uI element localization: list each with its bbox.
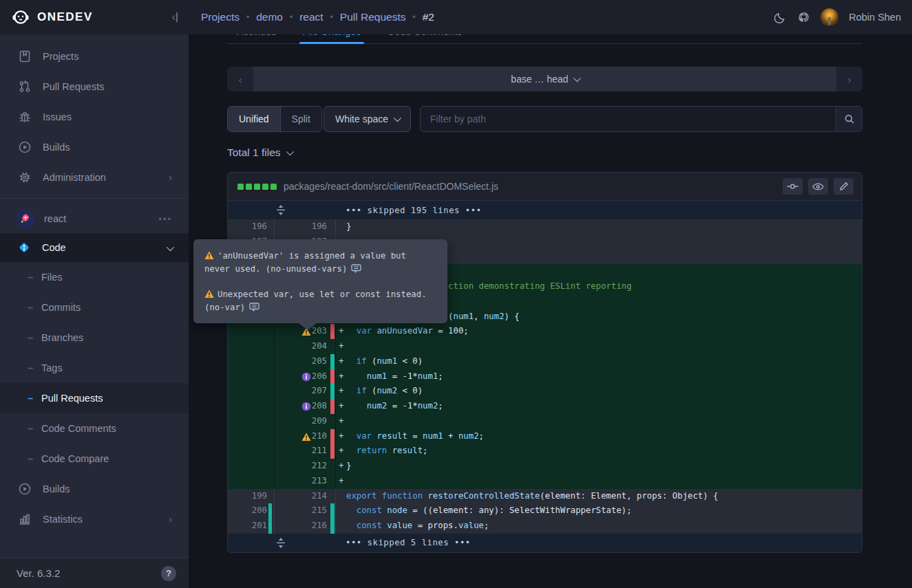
unfold-icon[interactable] — [276, 205, 286, 215]
diff-sign: + — [336, 459, 346, 474]
dash-icon: – — [28, 453, 34, 464]
diff-sign: + — [336, 399, 346, 414]
diff-line-210: 210+ var result = num1 + num2; — [228, 429, 862, 444]
problem-text: Unexpected var, use let or const instead… — [204, 290, 427, 312]
sidebar-subitem-commits[interactable]: –Commits — [0, 292, 189, 323]
diff-stat-block — [271, 184, 277, 190]
warning-icon — [204, 290, 214, 298]
code-content — [346, 474, 862, 489]
diff-line-215: 200215 const node = ((element: any): Sel… — [228, 503, 862, 519]
user-avatar[interactable] — [820, 8, 838, 26]
sidebar-item-administration[interactable]: Administration› — [0, 162, 189, 193]
sidebar-item-label: Builds — [43, 483, 70, 494]
range-selector[interactable]: base … head — [253, 67, 836, 91]
diff-line-211: 211+ return result; — [228, 444, 862, 459]
sidebar-item-pull-requests[interactable]: Pull Requests — [0, 72, 189, 102]
problem-bar — [330, 444, 335, 459]
moon-icon[interactable] — [774, 11, 787, 24]
old-line-number — [228, 384, 275, 399]
old-line-number — [228, 369, 275, 384]
github-icon[interactable] — [797, 11, 810, 24]
comment-bubble-icon[interactable] — [249, 303, 259, 312]
sidebar-subitem-label: Tags — [41, 362, 63, 373]
sidebar-collapse-icon[interactable]: ‹ — [172, 11, 178, 23]
sidebar-item-issues[interactable]: Issues — [0, 102, 189, 132]
sidebar-subitem-pull-requests[interactable]: –Pull Requests — [0, 383, 189, 413]
info-icon[interactable] — [301, 372, 311, 382]
sidebar-item-projects[interactable]: Projects — [0, 41, 189, 72]
user-name[interactable]: Robin Shen — [849, 12, 901, 23]
chevron-down-icon — [167, 242, 172, 253]
info-icon[interactable] — [301, 402, 311, 411]
sidebar-subitem-code-compare[interactable]: –Code Compare — [0, 444, 189, 474]
sidebar-item-statistics[interactable]: Statistics› — [0, 504, 189, 534]
onedev-logo-icon — [11, 8, 30, 27]
chevron-right-icon: › — [169, 172, 172, 183]
comment-bubble-icon[interactable] — [351, 264, 361, 273]
total-files-dropdown[interactable]: Total 1 files — [227, 146, 292, 159]
play-icon — [18, 140, 32, 154]
chevron-down-icon — [394, 114, 401, 122]
diff-sign: + — [336, 354, 346, 369]
sidebar-subitem-branches[interactable]: –Branches — [0, 323, 189, 353]
whitespace-dropdown[interactable]: White space — [324, 106, 411, 132]
dash-icon: – — [28, 332, 34, 343]
problem-tooltip: 'anUnusedVar' is assigned a value but ne… — [193, 239, 447, 323]
sidebar-item-builds[interactable]: Builds — [0, 132, 189, 162]
old-line-number — [228, 339, 275, 354]
dash-icon: – — [28, 362, 34, 373]
diff-file-header: packages/react-dom/src/client/ReactDOMSe… — [228, 173, 862, 200]
old-line-number — [228, 414, 275, 429]
breadcrumb-pull-requests[interactable]: Pull Requests — [340, 11, 406, 23]
view-mode-unified[interactable]: Unified — [228, 107, 280, 131]
search-icon[interactable] — [836, 107, 862, 131]
coverage-bar — [330, 384, 335, 399]
git-diamond-icon — [18, 241, 30, 254]
diff-line-207: 207+ if (num2 < 0) — [228, 384, 862, 399]
sidebar-subitem-code-comments[interactable]: –Code Comments — [0, 413, 189, 444]
path-filter-input[interactable] — [421, 107, 836, 131]
sidebar-subitem-files[interactable]: –Files — [0, 262, 189, 292]
sidebar-tail-nav: BuildsStatistics› — [0, 474, 189, 534]
problem-message: 'anUnusedVar' is assigned a value but ne… — [204, 250, 436, 276]
diff-sign: + — [336, 444, 346, 459]
new-line-number: 204 — [275, 339, 336, 354]
pencil-button[interactable] — [834, 178, 853, 195]
breadcrumb: Projects•demo•react•Pull Requests•#2 — [201, 11, 434, 23]
help-icon[interactable]: ? — [161, 566, 176, 581]
problem-bar — [330, 429, 335, 444]
sidebar-subitem-tags[interactable]: –Tags — [0, 353, 189, 383]
warning-icon[interactable] — [301, 432, 311, 442]
sidebar-project-row[interactable]: react ••• — [0, 204, 189, 233]
breadcrumb-react[interactable]: react — [299, 11, 323, 23]
sidebar-item-builds[interactable]: Builds — [0, 474, 189, 504]
diff-line-204: 204+ — [228, 339, 862, 354]
breadcrumb-projects[interactable]: Projects — [201, 11, 240, 23]
sidebar-item-label: Pull Requests — [43, 81, 104, 92]
code-content — [346, 339, 862, 354]
coverage-bar — [330, 503, 335, 519]
sidebar-code-subnav: –Files–Commits–Branches–Tags–Pull Reques… — [0, 262, 189, 474]
commit-button[interactable] — [783, 178, 803, 195]
unfold-icon[interactable] — [276, 538, 286, 548]
new-line-number: 213 — [275, 474, 336, 489]
project-more-icon[interactable]: ••• — [158, 214, 172, 224]
sidebar-subitem-label: Branches — [41, 332, 83, 343]
range-next-button[interactable]: › — [836, 67, 862, 91]
main-area: ActivitiesFile ChangesCode Comments ‹ ba… — [189, 0, 912, 588]
diff-line-205: 205+ if (num1 < 0) — [228, 354, 862, 369]
new-line-number: 207 — [275, 384, 336, 399]
code-content: export function restoreControlledState(e… — [346, 489, 862, 504]
diff-controls: UnifiedSplit White space — [227, 106, 862, 132]
eye-button[interactable] — [808, 178, 828, 195]
sidebar-item-label: Statistics — [43, 514, 83, 525]
new-line-number: 214 — [275, 489, 336, 504]
sidebar-item-code[interactable]: Code — [0, 233, 189, 262]
skipped-lines-label: ••• skipped 195 lines ••• — [346, 206, 482, 215]
view-mode-split[interactable]: Split — [280, 107, 321, 131]
diff-stat-blocks — [237, 184, 277, 190]
range-prev-button[interactable]: ‹ — [227, 67, 253, 91]
breadcrumb-demo[interactable]: demo — [256, 11, 283, 23]
breadcrumb-separator: • — [330, 12, 333, 22]
diff-stat-block — [254, 184, 260, 190]
